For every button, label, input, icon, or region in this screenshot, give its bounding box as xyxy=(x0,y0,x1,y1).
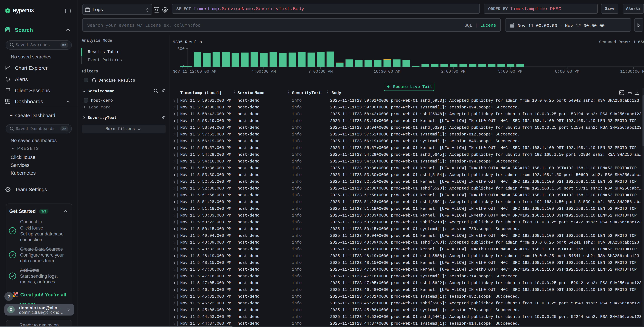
svg-text:2:00:00 PM: 2:00:00 PM xyxy=(441,69,466,74)
svg-text:7:00:00 AM: 7:00:00 AM xyxy=(308,69,333,74)
svg-text:0: 0 xyxy=(182,65,185,69)
svg-text:8:00:00 PM: 8:00:00 PM xyxy=(555,69,579,74)
svg-text:10:30:00 AM: 10:30:00 AM xyxy=(374,69,400,74)
svg-text:600: 600 xyxy=(178,46,185,51)
svg-text:4:00:00 AM: 4:00:00 AM xyxy=(252,69,276,74)
svg-text:11:30:00 PM: 11:30:00 PM xyxy=(620,69,644,74)
svg-text:Nov 11 12:00:00 AM: Nov 11 12:00:00 AM xyxy=(173,69,216,74)
svg-text:5:00:00 PM: 5:00:00 PM xyxy=(498,69,522,74)
